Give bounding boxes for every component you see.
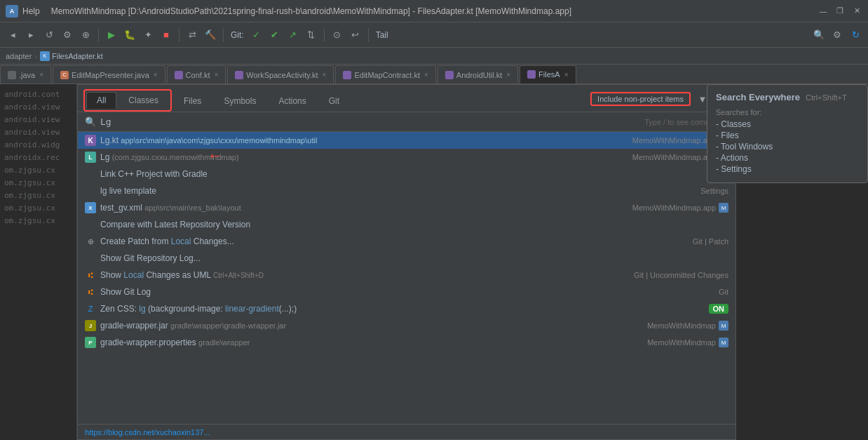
toolbar-separator-3 bbox=[223, 28, 224, 42]
result-item-create-patch[interactable]: ⊕ Create Patch from Local Changes... Git… bbox=[78, 233, 735, 250]
search-results-list[interactable]: K Lg.kt app\src\main\java\com\zjgsu\cxxu… bbox=[78, 132, 735, 424]
code-line-3: android.view bbox=[4, 115, 72, 126]
code-editor[interactable]: android.cont android.view android.view a… bbox=[0, 84, 77, 440]
result-item-zen-css[interactable]: Z Zen CSS: lg (background-image: linear-… bbox=[78, 300, 735, 317]
search-tabs-row: All Classes Files Symbols Actions Git In… bbox=[78, 85, 735, 112]
git-fetch-button[interactable]: ⇅ bbox=[303, 27, 320, 44]
tab-editmap-contract[interactable]: EditMapContract.kt × bbox=[335, 65, 435, 84]
code-line-5: android.widg bbox=[4, 140, 72, 152]
git-accept-button[interactable]: ✔ bbox=[266, 27, 283, 44]
tab-androidutil[interactable]: AndroidUtil.kt × bbox=[438, 65, 518, 84]
file-kt-icon: K bbox=[40, 51, 50, 61]
result-item-show-local-changes[interactable]: ⑆ Show Local Changes as UML Ctrl+Alt+Shi… bbox=[78, 267, 735, 284]
nonproject-button[interactable]: Include non-project items bbox=[590, 92, 691, 106]
on-badge: ON bbox=[709, 304, 729, 314]
search-everywhere-toolbar[interactable]: 🔍 bbox=[811, 27, 827, 44]
run-button[interactable]: ▶ bbox=[103, 27, 120, 44]
csdn-link[interactable]: https://blog.csdn.net/xuchaoxin137... bbox=[85, 428, 210, 436]
tab-java-close[interactable]: × bbox=[39, 71, 43, 79]
red-arrow-indicator: ← bbox=[208, 147, 223, 165]
tab-filesa[interactable]: FilesA × bbox=[520, 65, 576, 84]
build-button[interactable]: 🔨 bbox=[202, 27, 219, 44]
back-button[interactable]: ◂ bbox=[4, 27, 21, 44]
tooltip-searches-label: Searches for: bbox=[716, 108, 859, 116]
toolbar-separator-4 bbox=[324, 28, 325, 42]
result-item-lg-live[interactable]: lg live template Settings bbox=[78, 182, 735, 199]
tooltip-item-classes: - Classes bbox=[716, 119, 859, 129]
tab-ec-label: EditMapContract.kt bbox=[354, 71, 420, 79]
search-tab-symbols[interactable]: Symbols bbox=[213, 93, 266, 109]
result-item-gradle-jar[interactable]: J gradle-wrapper.jar gradle\wrapper\grad… bbox=[78, 317, 735, 334]
revert-button[interactable]: ↩ bbox=[347, 27, 364, 44]
settings-toolbar[interactable]: ⚙ bbox=[829, 27, 846, 44]
result-item-show-git-log2[interactable]: ⑆ Show Git Log Git bbox=[78, 284, 735, 300]
tab-editmap-presenter[interactable]: C EditMapPresenter.java × bbox=[53, 65, 165, 84]
status-bar: https://blog.csdn.net/xuchaoxin137... bbox=[78, 424, 735, 439]
action-button-1[interactable]: ⊕ bbox=[77, 27, 94, 44]
coverage-button[interactable]: ✦ bbox=[140, 27, 156, 44]
debug-button[interactable]: 🐛 bbox=[121, 27, 138, 44]
result-item-link-cpp[interactable]: Link C++ Project with Gradle File bbox=[78, 166, 735, 182]
tab-workspace[interactable]: WorkSpaceActivity.kt × bbox=[227, 65, 334, 84]
tab-ec-icon bbox=[343, 71, 351, 79]
search-tab-all[interactable]: All bbox=[86, 92, 116, 109]
window-controls: — ❐ ✕ bbox=[818, 6, 862, 17]
result-item-gradle-prop[interactable]: P gradle-wrapper.properties gradle\wrapp… bbox=[78, 334, 735, 351]
maximize-button[interactable]: ❐ bbox=[834, 6, 846, 17]
search-tab-actions[interactable]: Actions bbox=[268, 93, 316, 109]
result-item-show-git-log[interactable]: Show Git Repository Log... bbox=[78, 250, 735, 267]
minimize-button[interactable]: — bbox=[818, 6, 829, 17]
search-tab-git[interactable]: Git bbox=[318, 93, 350, 109]
help-menu[interactable]: Help bbox=[22, 6, 40, 16]
tab-conf-close[interactable]: × bbox=[214, 71, 218, 79]
settings-button[interactable]: ⚙ bbox=[59, 27, 76, 44]
breadcrumb: adapter › K FilesAdapter.kt bbox=[0, 48, 868, 65]
code-line-8: om.zjgsu.cx bbox=[4, 178, 72, 189]
editor-tabs: .java × C EditMapPresenter.java × Conf.k… bbox=[0, 65, 868, 84]
tooltip-title: Search Everywhere bbox=[716, 92, 800, 102]
tab-java[interactable]: .java × bbox=[0, 65, 51, 84]
result-module-gradle-jar: MemoWithMindmap bbox=[647, 321, 716, 330]
result-text-lg-kt: Lg.kt app\src\main\java\com\zjgsu\cxxu\m… bbox=[100, 135, 628, 145]
result-shortcut-uml: Ctrl+Alt+Shift+D bbox=[213, 272, 264, 279]
result-item-lg-kt[interactable]: K Lg.kt app\src\main\java\com\zjgsu\cxxu… bbox=[78, 132, 735, 149]
tab-ec-close[interactable]: × bbox=[424, 71, 428, 79]
search-tabs-highlight: All Classes bbox=[83, 89, 172, 112]
toolbar-separator-2 bbox=[179, 28, 179, 42]
result-text-lg-live: lg live template bbox=[100, 186, 696, 196]
result-icon-kt: K bbox=[85, 135, 96, 146]
refresh-button[interactable]: ↺ bbox=[41, 27, 57, 44]
tab-ws-close[interactable]: × bbox=[323, 71, 327, 79]
tab-fa-close[interactable]: × bbox=[564, 71, 569, 79]
history-button[interactable]: ⊙ bbox=[329, 27, 346, 44]
result-icon-gradle-prop: P bbox=[85, 337, 96, 348]
result-right-lg-live: Settings bbox=[700, 187, 728, 195]
result-item-compare[interactable]: Compare with Latest Repository Version bbox=[78, 216, 735, 233]
result-item-lg-java[interactable]: L Lg (com.zjgsu.cxxu.memowithmindmap) Me… bbox=[78, 149, 735, 166]
search-input-field[interactable] bbox=[100, 116, 640, 127]
result-text-link-cpp: Link C++ Project with Gradle bbox=[100, 169, 712, 179]
tab-conf[interactable]: Conf.kt × bbox=[167, 65, 226, 84]
breadcrumb-adapter[interactable]: adapter bbox=[6, 52, 32, 60]
search-tab-classes[interactable]: Classes bbox=[118, 92, 169, 109]
git-check-button[interactable]: ✓ bbox=[248, 27, 265, 44]
result-icon-show-local: ⑆ bbox=[85, 269, 96, 281]
sync-button[interactable]: ⇄ bbox=[184, 27, 201, 44]
result-text-compare: Compare with Latest Repository Version bbox=[100, 220, 724, 229]
result-item-test-gv[interactable]: X test_gv.xml app\src\main\res_bak\layou… bbox=[78, 199, 735, 216]
code-line-11: om.zjgsu.cx bbox=[4, 216, 72, 227]
git-label: Git: bbox=[231, 30, 244, 40]
result-text-lg-java: Lg (com.zjgsu.cxxu.memowithmindmap) bbox=[100, 152, 628, 162]
stop-button[interactable]: ■ bbox=[158, 27, 175, 44]
forward-button[interactable]: ▸ bbox=[22, 27, 39, 44]
search-tab-files[interactable]: Files bbox=[173, 93, 212, 109]
breadcrumb-file[interactable]: K FilesAdapter.kt bbox=[40, 51, 103, 61]
git-push-button[interactable]: ↗ bbox=[285, 27, 301, 44]
close-button[interactable]: ✕ bbox=[851, 6, 862, 17]
tab-au-close[interactable]: × bbox=[506, 71, 510, 79]
update-button[interactable]: ↻ bbox=[847, 27, 864, 44]
result-module-lg-java: MemoWithMindmap.app bbox=[632, 153, 716, 161]
tab-au-label: AndroidUtil.kt bbox=[456, 71, 502, 79]
result-right-gradle-prop: MemoWithMindmap M bbox=[647, 338, 728, 347]
tab-ep-close[interactable]: × bbox=[154, 71, 158, 79]
